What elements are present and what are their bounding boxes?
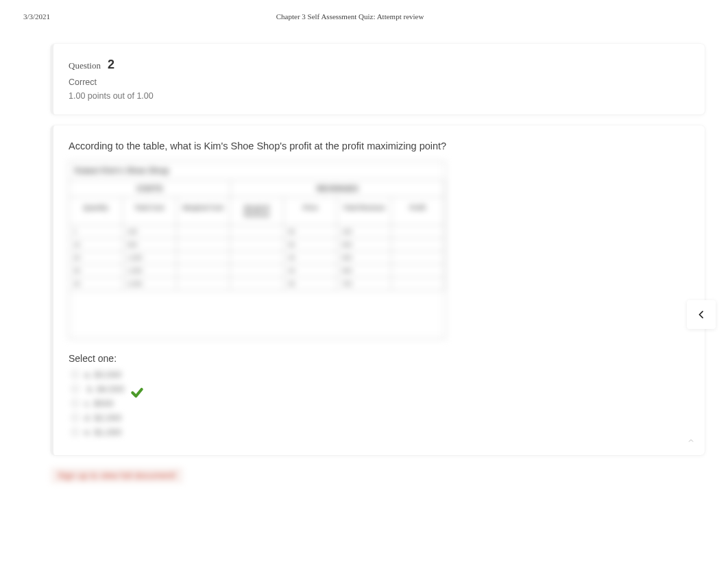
table-row: 402,00035700 — [69, 278, 445, 291]
option-label: e. $1,000 — [84, 427, 121, 437]
question-line: Question 2 — [69, 58, 690, 72]
page-header: 3/3/2021 Chapter 3 Self Assessment Quiz:… — [0, 0, 728, 21]
question-meta-card: Question 2 Correct 1.00 points out of 1.… — [51, 44, 705, 114]
table-row: 110050100 — [69, 225, 445, 239]
answer-option[interactable]: e. $1,000 — [71, 427, 690, 437]
options-wrap: a. $3,000 b. $4,500 c. $500 d. $2,000 e.… — [69, 369, 690, 437]
question-prompt: According to the table, what is Kim's Sh… — [69, 140, 690, 151]
radio-icon — [71, 414, 79, 422]
question-status: Correct — [69, 77, 690, 87]
table-row: 201,00045900 — [69, 252, 445, 265]
option-label: b. $4,500 — [87, 384, 124, 394]
table-group-header: COSTS — [69, 180, 231, 197]
table-row: 1050050500 — [69, 239, 445, 252]
question-points: 1.00 points out of 1.00 — [69, 91, 690, 101]
table-sub-header: Marginal Cost — [177, 197, 230, 225]
prev-page-button[interactable] — [687, 300, 716, 329]
table-sub-header: Total Revenue — [337, 197, 391, 225]
answer-option[interactable]: c. $500 — [71, 398, 690, 408]
table-sub-header: Profit — [391, 197, 445, 225]
signup-button[interactable]: Sign up to view full document! — [51, 467, 183, 483]
question-label: Question — [69, 60, 101, 71]
radio-icon — [71, 428, 79, 436]
answer-option[interactable]: a. $3,000 — [71, 369, 690, 380]
table-title: Kalani Kim's Shoe Shop — [69, 162, 445, 180]
option-label: d. $2,000 — [84, 413, 121, 423]
option-label: c. $500 — [84, 398, 114, 408]
table-sub-header: Price — [284, 197, 337, 225]
signup-row: Sign up to view full document! — [51, 467, 705, 483]
radio-icon — [71, 371, 79, 378]
data-table-blurred: Kalani Kim's Shoe Shop COSTS REVENUES Qu… — [69, 161, 446, 339]
select-one-label: Select one: — [69, 353, 690, 364]
correct-check-icon — [130, 386, 144, 402]
question-content-card: According to the table, what is Kim's Sh… — [51, 125, 705, 455]
table-group-headers: COSTS REVENUES — [69, 180, 445, 197]
table-sub-header: Marginal Revenue — [230, 197, 284, 225]
table-group-header: REVENUES — [231, 180, 445, 197]
table-sub-header: Total Cost — [123, 197, 176, 225]
question-number: 2 — [108, 58, 114, 72]
answer-option[interactable]: b. $4,500 — [71, 384, 690, 394]
answer-options-blurred: a. $3,000 b. $4,500 c. $500 d. $2,000 e.… — [69, 369, 690, 437]
option-label: a. $3,000 — [84, 369, 121, 380]
radio-icon — [71, 385, 79, 393]
table-sub-headers: Quantity Total Cost Marginal Cost Margin… — [69, 197, 445, 225]
header-title: Chapter 3 Self Assessment Quiz: Attempt … — [0, 12, 705, 21]
table-row: 301,50040900 — [69, 265, 445, 278]
collapse-caret-icon[interactable] — [687, 437, 695, 447]
chevron-left-icon — [696, 309, 707, 320]
radio-icon — [71, 400, 79, 407]
answer-option[interactable]: d. $2,000 — [71, 413, 690, 423]
table-sub-header: Quantity — [69, 197, 123, 225]
